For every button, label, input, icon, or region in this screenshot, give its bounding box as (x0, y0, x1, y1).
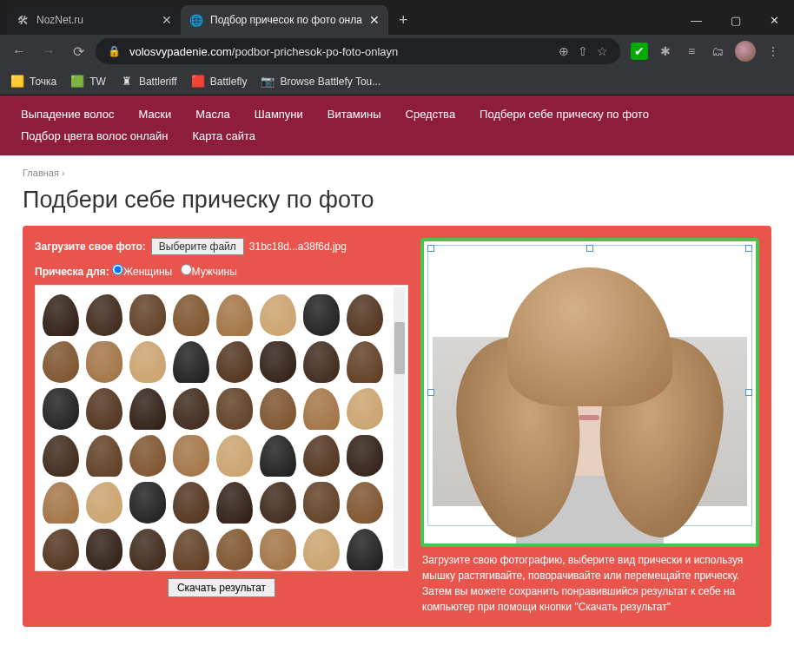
hairstyle-option[interactable] (303, 341, 340, 383)
extensions-icon[interactable]: ✱ (657, 43, 674, 60)
menu-item[interactable]: Витамины (328, 108, 381, 121)
menu-item[interactable]: Выпадение волос (21, 108, 115, 121)
download-button[interactable]: Скачать результат (168, 578, 275, 597)
hairstyle-option[interactable] (347, 294, 383, 336)
hairstyle-option[interactable] (303, 482, 340, 524)
bookmark-battlefy[interactable]: 📷Browse Battlefy Tou... (261, 75, 380, 89)
menu-icon[interactable]: ⋮ (764, 43, 782, 60)
gender-men-label[interactable]: Мужчины (192, 266, 237, 278)
hairstyle-option[interactable] (43, 341, 79, 383)
hairstyle-option[interactable] (347, 435, 383, 477)
grid-scrollbar[interactable] (394, 287, 406, 569)
tab-noznet[interactable]: 🛠 NozNet.ru ✕ (7, 5, 181, 35)
breadcrumb[interactable]: Главная › (0, 155, 794, 183)
bookmark-tochka[interactable]: 🟨Точка (10, 75, 56, 89)
hairstyle-option[interactable] (303, 529, 340, 570)
close-icon[interactable]: ✕ (369, 13, 380, 27)
tab-hairstyle[interactable]: 🌐 Подбор причесок по фото онла ✕ (181, 5, 388, 35)
choose-file-button[interactable]: Выберите файл (151, 238, 244, 255)
menu-item[interactable]: Карта сайта (193, 129, 255, 142)
minimize-button[interactable]: — (677, 5, 716, 35)
hairstyle-option[interactable] (347, 388, 383, 430)
hairstyle-option[interactable] (173, 341, 209, 383)
bookmark-battleriff[interactable]: ♜Battleriff (120, 75, 177, 89)
playlist-icon[interactable]: ≡ (683, 43, 700, 60)
hairstyle-option[interactable] (129, 482, 166, 524)
reader-icon[interactable]: 🗂 (709, 43, 726, 60)
bookmark-battlefly[interactable]: 🟥Battlefly (191, 75, 248, 89)
hairstyle-option[interactable] (86, 341, 122, 383)
hairstyle-option[interactable] (216, 388, 253, 430)
menu-item[interactable]: Подбор цвета волос онлайн (21, 129, 169, 142)
star-icon[interactable]: ☆ (597, 44, 608, 58)
hairstyle-option[interactable] (260, 529, 296, 570)
share-icon[interactable]: ⇧ (578, 44, 588, 58)
hairstyle-option[interactable] (303, 388, 340, 430)
preview-canvas[interactable] (420, 238, 759, 547)
hairstyle-option[interactable] (43, 435, 79, 477)
upload-row: Загрузите свое фото: Выберите файл 31bc1… (35, 238, 408, 255)
hairstyle-option[interactable] (129, 435, 166, 477)
hairstyle-option[interactable] (173, 388, 209, 430)
close-icon[interactable]: ✕ (162, 13, 172, 27)
hairstyle-option[interactable] (129, 294, 166, 336)
resize-handle[interactable] (586, 245, 593, 252)
menu-item[interactable]: Шампуни (255, 108, 303, 121)
menu-item[interactable]: Подбери себе прическу по фото (480, 108, 649, 121)
hairstyle-option[interactable] (347, 529, 383, 570)
applied-hairstyle[interactable] (460, 267, 720, 537)
gender-men-radio[interactable] (181, 264, 192, 275)
hairstyle-option[interactable] (260, 482, 296, 524)
hairstyle-option[interactable] (173, 529, 209, 570)
hairstyle-option[interactable] (43, 529, 79, 570)
hairstyle-option[interactable] (86, 529, 122, 570)
back-button[interactable]: ← (7, 39, 31, 63)
hairstyle-option[interactable] (260, 294, 296, 336)
resize-handle[interactable] (427, 389, 434, 396)
hairstyle-option[interactable] (43, 294, 79, 336)
profile-avatar[interactable] (735, 41, 756, 62)
reload-button[interactable]: ⟳ (66, 39, 90, 63)
hairstyle-option[interactable] (347, 482, 383, 524)
hairstyle-option[interactable] (347, 341, 383, 383)
hairstyle-option[interactable] (173, 294, 209, 336)
hairstyle-option[interactable] (43, 482, 79, 524)
bookmark-tw[interactable]: 🟩TW (70, 75, 106, 89)
hairstyle-option[interactable] (303, 435, 340, 477)
hairstyle-option[interactable] (129, 341, 166, 383)
resize-handle[interactable] (427, 245, 434, 252)
gender-women-label[interactable]: Женщины (123, 266, 172, 278)
hairstyle-option[interactable] (216, 529, 253, 570)
new-tab-button[interactable]: + (388, 5, 419, 35)
hairstyle-option[interactable] (43, 388, 79, 430)
hairstyle-option[interactable] (86, 388, 122, 430)
search-icon[interactable]: ⊕ (559, 44, 569, 58)
forward-button[interactable]: → (36, 39, 61, 63)
hairstyle-option[interactable] (260, 341, 296, 383)
maximize-button[interactable]: ▢ (716, 5, 755, 35)
hairstyle-option[interactable] (86, 482, 122, 524)
scroll-thumb[interactable] (394, 322, 405, 374)
gender-women-radio[interactable] (112, 264, 123, 275)
hairstyle-option[interactable] (303, 294, 340, 336)
check-icon[interactable]: ✔ (631, 43, 648, 60)
resize-handle[interactable] (745, 389, 752, 396)
address-bar[interactable]: 🔒 volosvypadenie.com/podbor-prichesok-po… (96, 38, 620, 64)
resize-handle[interactable] (745, 245, 752, 252)
hairstyle-option[interactable] (86, 435, 122, 477)
menu-item[interactable]: Масла (195, 108, 230, 121)
hairstyle-option[interactable] (260, 388, 296, 430)
hairstyle-option[interactable] (216, 341, 253, 383)
hairstyle-option[interactable] (260, 435, 296, 477)
hairstyle-option[interactable] (129, 388, 166, 430)
hairstyle-option[interactable] (216, 435, 253, 477)
hairstyle-option[interactable] (86, 294, 122, 336)
hairstyle-option[interactable] (216, 482, 253, 524)
menu-item[interactable]: Средства (406, 108, 456, 121)
menu-item[interactable]: Маски (139, 108, 172, 121)
hairstyle-option[interactable] (216, 294, 253, 336)
hairstyle-option[interactable] (129, 529, 166, 570)
hairstyle-option[interactable] (173, 435, 209, 477)
close-window-button[interactable]: ✕ (755, 5, 794, 35)
hairstyle-option[interactable] (173, 482, 209, 524)
